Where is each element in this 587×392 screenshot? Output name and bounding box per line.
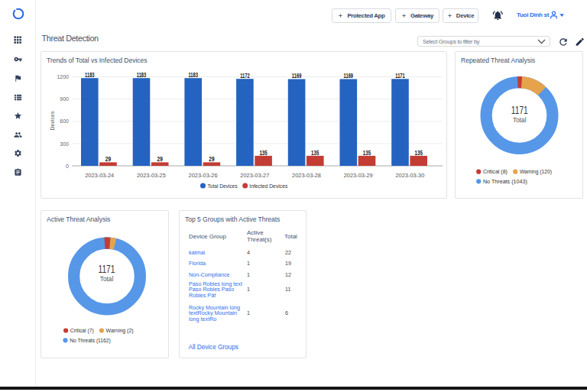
- svg-text:135: 135: [259, 149, 267, 157]
- svg-text:2023-03-30: 2023-03-30: [395, 172, 425, 179]
- svg-text:135: 135: [363, 149, 371, 157]
- svg-text:6: 6: [285, 309, 288, 316]
- svg-text:Warning (120): Warning (120): [520, 168, 552, 175]
- svg-text:4: 4: [247, 249, 250, 256]
- svg-text:2023-03-26: 2023-03-26: [189, 172, 218, 179]
- svg-text:600: 600: [60, 118, 69, 124]
- svg-text:1169: 1169: [344, 72, 354, 79]
- svg-text:Total Devices: Total Devices: [208, 183, 238, 190]
- svg-text:All Device Groups: All Device Groups: [189, 342, 238, 350]
- svg-text:No Threats (1043): No Threats (1043): [483, 178, 527, 185]
- svg-text:29: 29: [105, 155, 111, 163]
- svg-text:1: 1: [247, 271, 250, 277]
- svg-text:1: 1: [247, 260, 250, 267]
- svg-text:12: 12: [285, 271, 291, 277]
- svg-text:29: 29: [209, 155, 214, 163]
- svg-text:2023-03-28: 2023-03-28: [292, 172, 321, 179]
- svg-text:2023-03-24: 2023-03-24: [85, 172, 115, 179]
- svg-text:11: 11: [285, 286, 290, 293]
- svg-text:900: 900: [60, 96, 69, 102]
- svg-text:29: 29: [157, 155, 163, 163]
- svg-text:Non-Compliance: Non-Compliance: [189, 271, 230, 277]
- svg-text:1172: 1172: [240, 72, 250, 79]
- svg-text:Total: Total: [100, 274, 114, 282]
- svg-text:katmai: katmai: [189, 249, 206, 256]
- svg-text:Infected Devices: Infected Devices: [249, 183, 287, 190]
- svg-text:2023-03-25: 2023-03-25: [137, 172, 167, 179]
- svg-text:1200: 1200: [57, 74, 69, 79]
- svg-text:Total: Total: [513, 116, 527, 124]
- svg-text:Devices: Devices: [50, 111, 55, 130]
- svg-text:19: 19: [285, 260, 291, 267]
- svg-text:No Threats (1162): No Threats (1162): [70, 336, 111, 343]
- svg-text:135: 135: [311, 149, 319, 157]
- svg-text:Robles Pâf: Robles Pâf: [189, 291, 216, 298]
- svg-text:1169: 1169: [292, 72, 302, 79]
- svg-text:1171: 1171: [99, 263, 115, 275]
- svg-text:135: 135: [415, 149, 423, 157]
- svg-text:1171: 1171: [511, 104, 528, 116]
- svg-text:Florida: Florida: [189, 260, 206, 267]
- svg-text:Device Group: Device Group: [189, 232, 226, 239]
- svg-text:2023-03-27: 2023-03-27: [240, 172, 269, 179]
- svg-text:1: 1: [247, 286, 250, 293]
- svg-text:2023-03-29: 2023-03-29: [344, 172, 373, 179]
- svg-text:Critical (8): Critical (8): [483, 168, 508, 175]
- svg-text:1183: 1183: [188, 71, 198, 79]
- svg-text:Total: Total: [284, 232, 297, 239]
- svg-text:22: 22: [285, 249, 291, 256]
- svg-text:1183: 1183: [85, 71, 95, 79]
- svg-text:Threat(s): Threat(s): [247, 235, 272, 242]
- svg-text:Warning (2): Warning (2): [106, 327, 134, 334]
- svg-text:1183: 1183: [137, 71, 147, 79]
- svg-text:0: 0: [66, 164, 69, 169]
- svg-text:long textRo: long textRo: [189, 315, 216, 322]
- svg-text:Critical (7): Critical (7): [70, 327, 94, 334]
- svg-text:300: 300: [60, 141, 69, 147]
- svg-text:1171: 1171: [395, 72, 405, 79]
- svg-text:1: 1: [247, 309, 250, 316]
